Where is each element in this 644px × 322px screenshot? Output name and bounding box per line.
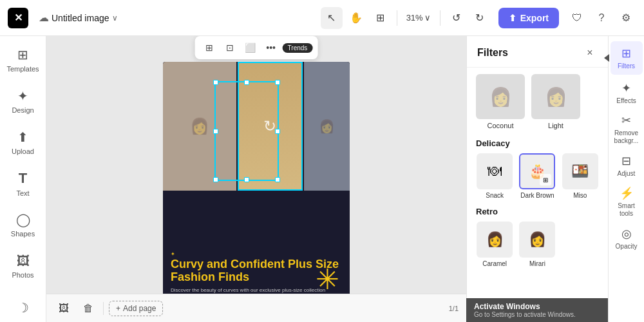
filters-body: 👩 Coconut 👩 Light Delicacy 🍽 (467, 68, 608, 322)
coconut-label: Coconut (488, 122, 514, 129)
zoom-control[interactable]: 31% ∨ (402, 13, 435, 23)
topbar-right-icons: 🛡 ? ⚙ (567, 8, 636, 28)
sidebar-item-label: Upload (12, 147, 34, 156)
photos-icon: 🖼 (17, 254, 30, 269)
templates-icon: ⊞ (17, 47, 28, 62)
adjust-overlay-icon: ⊞ (540, 174, 551, 185)
export-button[interactable]: ⬆ Export (498, 8, 559, 28)
shapes-icon: ◯ (16, 212, 30, 227)
photo-left: 👩 (163, 62, 236, 191)
filter-snack[interactable]: 🍽 Snack (476, 153, 513, 199)
filters-title: Filters (477, 47, 508, 59)
toolbar-divider (397, 10, 397, 26)
activate-subtitle: Go to Settings to activate Windows. (474, 311, 600, 318)
sidebar-item-shapes[interactable]: ◯ Shapes (3, 206, 44, 245)
sidebar-item-templates[interactable]: ⊞ Templates (3, 41, 44, 80)
photo-grid: 👩 ↻ 👩 (163, 62, 350, 191)
retro-grid: 👩 Caramel 👩 Mirari (476, 222, 599, 267)
mirari-label: Mirari (529, 260, 545, 267)
delete-button[interactable]: 🗑 (79, 299, 98, 318)
add-page-button[interactable]: + Add page (109, 301, 163, 316)
crop-button[interactable]: ⊞ (200, 39, 218, 57)
canvas-container: ⊞ ⊡ ⬜ ••• Trends 👩 ↻ (163, 62, 350, 313)
smart-tools-icon: ⚡ (620, 186, 634, 200)
right-icon-adjust[interactable]: ⊟ Adjust (611, 149, 643, 182)
bottom-divider (103, 302, 104, 315)
zoom-chevron-icon: ∨ (424, 13, 431, 23)
light-thumb: 👩 (531, 74, 580, 119)
filter-coconut[interactable]: 👩 Coconut (476, 74, 525, 129)
cursor-tool-button[interactable]: ↖ (321, 7, 343, 29)
darkbrown-label: Dark Brown (520, 192, 554, 199)
toolbar-divider2 (440, 10, 440, 26)
sidebar-item-label: Shapes (11, 230, 35, 238)
filters-close-button[interactable]: × (582, 45, 598, 61)
opacity-icon: ◎ (621, 227, 632, 241)
caramel-thumb: 👩 (477, 222, 513, 258)
right-icon-remove-bg[interactable]: ✂ Remove backgr... (611, 111, 643, 147)
layout-tool-button[interactable]: ⊞ (370, 7, 392, 29)
right-icon-filters[interactable]: ⊞ Filters (611, 41, 643, 75)
canvas-area: Page 1 ⚙ ⊞ ⊡ ⬜ ••• Trends 👩 (46, 36, 466, 322)
arrow-indicator (604, 54, 609, 62)
light-label: Light (548, 122, 564, 129)
more-options-button[interactable]: ••• (262, 39, 280, 57)
topbar: ✕ ☁ Untitled image ∨ ↖ ✋ ⊞ 31% ∨ ↺ ↻ ⬆ E… (0, 0, 644, 36)
filter-light[interactable]: 👩 Light (531, 74, 580, 129)
hand-tool-button[interactable]: ✋ (345, 7, 367, 29)
photo-right: 👩 (304, 62, 350, 191)
right-icon-effects[interactable]: ✦ Effects (611, 76, 643, 109)
canvas-toolbar: ⊞ ⊡ ⬜ ••• Trends (195, 36, 318, 59)
sidebar-item-photos[interactable]: 🖼 Photos (3, 247, 44, 286)
activate-windows-banner: Activate Windows Go to Settings to activ… (466, 298, 608, 322)
filters-panel-icon: ⊞ (621, 46, 631, 61)
shield-button[interactable]: 🛡 (567, 8, 587, 28)
delicacy-section: Delicacy 🍽 Snack 🎂 ⊞ Dark Brown (476, 138, 599, 199)
filter-dark-brown[interactable]: 🎂 ⊞ Dark Brown (518, 153, 556, 199)
export-upload-icon: ⬆ (509, 13, 516, 23)
activate-title: Activate Windows (474, 302, 600, 311)
remove-bg-icon: ✂ (621, 113, 631, 128)
sidebar-item-label: Text (16, 189, 29, 198)
zoom-value: 31% (406, 13, 423, 23)
delicacy-grid: 🍽 Snack 🎂 ⊞ Dark Brown 🍱 (476, 153, 599, 199)
right-icon-opacity[interactable]: ◎ Opacity (611, 222, 643, 255)
settings-button[interactable]: ⚙ (616, 8, 636, 28)
copy-button[interactable]: ⊡ (221, 39, 239, 57)
canvas[interactable]: 👩 ↻ 👩 ✦ Curvy and Confident Plus Size Fa… (163, 62, 350, 313)
filters-header: Filters × (467, 36, 608, 68)
filter-caramel[interactable]: 👩 Caramel (476, 222, 513, 267)
redo-button[interactable]: ↻ (469, 7, 491, 29)
trends-tag: Trends (283, 43, 313, 53)
right-icons-bar: ⊞ Filters ✦ Effects ✂ Remove backgr... ⊟… (608, 36, 644, 322)
design-icon: ✦ (17, 88, 28, 104)
right-icon-smart-tools[interactable]: ⚡ Smart tools (611, 184, 643, 220)
sidebar-item-theme[interactable]: ☽ (3, 289, 44, 322)
help-button[interactable]: ? (591, 8, 612, 28)
photo-center: ↻ (238, 62, 302, 191)
caramel-label: Caramel (482, 260, 507, 267)
star-decoration: ✳ (316, 265, 339, 294)
page-indicator: 1/1 (449, 305, 459, 312)
text-icon: T (19, 170, 27, 187)
app-logo: ✕ (8, 8, 28, 28)
sidebar-item-text[interactable]: T Text (3, 165, 44, 204)
title-area: ☁ Untitled image ∨ (39, 12, 118, 24)
adjust-icon: ⊟ (621, 154, 631, 168)
add-to-page-button[interactable]: 🖼 (54, 299, 73, 318)
miso-thumb: 🍱 (562, 153, 598, 189)
undo-button[interactable]: ↺ (446, 7, 468, 29)
left-sidebar: ⊞ Templates ✦ Design ⬆ Upload T Text ◯ S… (0, 36, 46, 322)
sidebar-item-upload[interactable]: ⬆ Upload (3, 124, 44, 162)
filter-mirari[interactable]: 👩 Mirari (518, 222, 556, 267)
title-chevron-icon[interactable]: ∨ (112, 14, 118, 23)
sidebar-item-design[interactable]: ✦ Design (3, 82, 44, 121)
toolbar: ↖ ✋ ⊞ 31% ∨ ↺ ↻ ⬆ Export 🛡 ? ⚙ (321, 7, 636, 29)
snack-label: Snack (486, 192, 504, 199)
filter-top-row: 👩 Coconut 👩 Light (476, 74, 599, 129)
filter-miso[interactable]: 🍱 Miso (562, 153, 599, 199)
frame-button[interactable]: ⬜ (242, 39, 260, 57)
filters-panel: Filters × 👩 Coconut 👩 Light (466, 36, 608, 322)
document-title[interactable]: Untitled image (52, 13, 109, 23)
sidebar-item-label: Templates (6, 65, 39, 73)
